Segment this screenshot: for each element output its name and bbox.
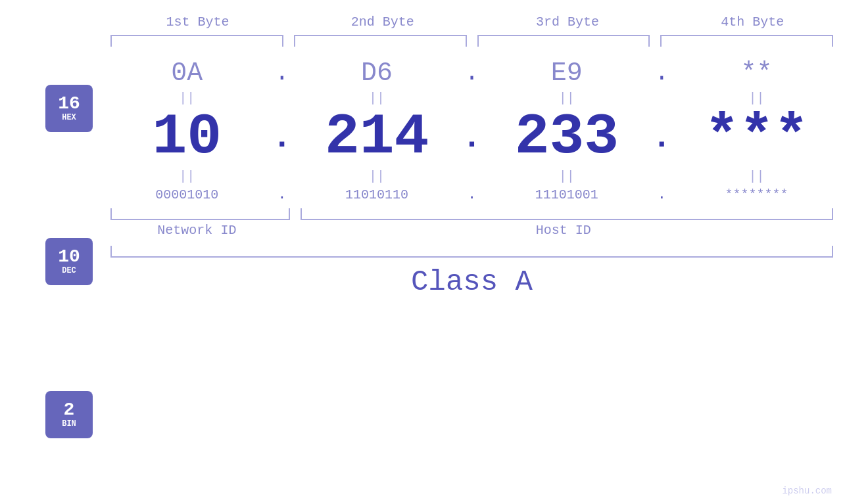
dec-badge: 10 DEC [45,238,93,285]
dec-byte2: 214 [295,108,459,166]
eq1-b3: || [485,91,649,106]
hex-badge-number: 16 [58,95,80,113]
dec-badge-label: DEC [62,266,76,275]
hex-byte1: 0A [105,58,269,88]
hex-byte2: D6 [295,58,459,88]
bracket-byte1 [110,35,283,47]
hex-byte3: E9 [485,58,649,88]
dec-dot3: . [648,119,675,156]
dec-dot1: . [269,119,295,156]
byte3-header: 3rd Byte [475,14,660,30]
hex-dot3: . [648,60,675,87]
eq2-b1: || [105,169,269,184]
eq1-b2: || [295,91,459,106]
byte4-header: 4th Byte [660,14,845,30]
host-id-label: Host ID [289,223,838,238]
bin-badge-label: BIN [62,419,76,428]
dec-byte1: 10 [105,108,269,166]
hex-byte4: ** [675,58,838,88]
bin-dot1: . [269,187,295,203]
eq2-b3: || [485,169,649,184]
hex-badge-label: HEX [62,113,76,122]
bracket-byte2 [294,35,467,47]
byte1-header: 1st Byte [105,14,290,30]
bin-badge-number: 2 [64,401,75,419]
dec-badge-number: 10 [58,248,80,266]
bin-badge: 2 BIN [45,391,93,438]
main-container: 1st Byte 2nd Byte 3rd Byte 4th Byte 16 H… [0,0,845,504]
bin-dot2: . [459,187,485,203]
eq2-b2: || [295,169,459,184]
bin-byte3: 11101001 [485,187,649,202]
watermark: ipshu.com [782,486,832,496]
class-label: Class A [105,265,838,298]
network-id-label: Network ID [105,223,289,238]
bin-byte4: ******** [675,187,838,202]
bin-byte2: 11010110 [295,187,459,202]
network-bracket [110,208,290,220]
hex-dot2: . [459,60,485,87]
bin-byte1: 00001010 [105,187,269,202]
class-bracket [110,246,833,258]
eq2-b4: || [675,169,838,184]
host-bracket [301,208,833,220]
bin-dot3: . [648,187,675,203]
hex-badge: 16 HEX [45,85,93,132]
dec-dot2: . [459,119,485,156]
eq1-b4: || [675,91,838,106]
bracket-byte4 [660,35,833,47]
eq1-b1: || [105,91,269,106]
byte2-header: 2nd Byte [290,14,475,30]
bracket-byte3 [477,35,650,47]
hex-dot1: . [269,60,295,87]
dec-byte3: 233 [485,108,649,166]
dec-byte4: *** [675,108,838,166]
